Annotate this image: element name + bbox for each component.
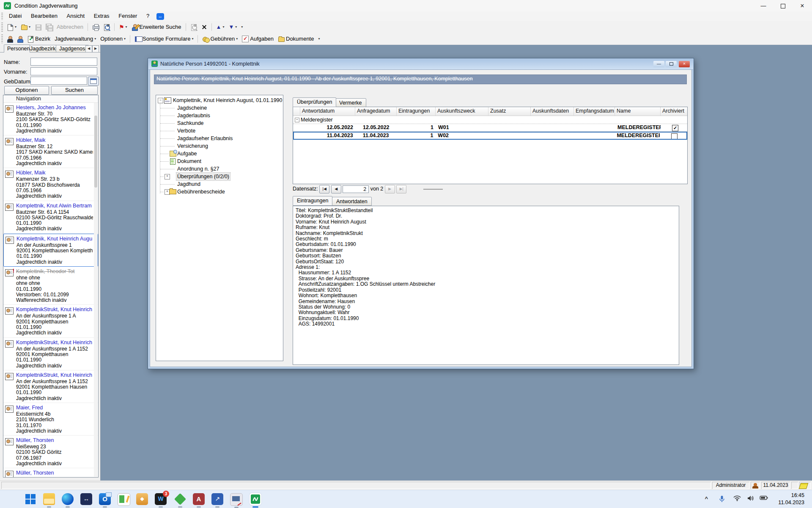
start-button[interactable]	[25, 493, 36, 505]
person-dark-button[interactable]	[5, 33, 14, 44]
previous-record-button[interactable]: ◀	[331, 185, 341, 193]
tree-label[interactable]: Versicherung	[177, 142, 208, 150]
window-maximize-button[interactable]	[773, 0, 793, 11]
collapse-icon[interactable]: −	[295, 118, 299, 122]
tree-item-gebuehrenbescheide[interactable]: +Gebührenbescheide	[156, 188, 283, 196]
person-list-item-deceased[interactable]: ! Komplettnik, Theodor Tot ohne ohne ohn…	[3, 267, 98, 305]
speaker-icon[interactable]	[747, 495, 754, 502]
abbrechen-button[interactable]: Abbrechen	[55, 22, 85, 32]
scrollbar-thumb[interactable]	[94, 116, 97, 188]
tree-label[interactable]: Anordnung n. §27	[177, 165, 219, 173]
tree-label[interactable]: Jagdscheine	[177, 104, 207, 112]
person-name[interactable]: Komplettnik, Knut Alwin Bertram Christ	[16, 203, 93, 209]
sonstige-formulare-button[interactable]: Sonstige Formulare▾	[133, 33, 195, 44]
person-button[interactable]	[15, 33, 25, 44]
teamviewer-icon[interactable]: ↔	[156, 13, 164, 20]
column-anfragedatum[interactable]: Anfragedatum	[355, 107, 397, 116]
tab-personen[interactable]: Personen	[4, 44, 30, 52]
person-list-item[interactable]: KomplettnikStrukt, Knut Heinrich Augu An…	[3, 338, 98, 370]
archiviert-checkbox-checked[interactable]: ✓	[672, 125, 678, 131]
person-list-scrollbar[interactable]	[94, 103, 98, 477]
taskbar-clock[interactable]: 16:45 11.04.2023	[778, 492, 804, 506]
tree-root-label[interactable]: Komplettnik, Knut Heinrich August, 01.01…	[173, 97, 283, 104]
menu-extras[interactable]: Extras	[90, 11, 113, 20]
group-row-melderegister[interactable]: − Melderegister	[293, 116, 687, 124]
teamviewer-taskbar-icon[interactable]: ↔	[80, 493, 92, 505]
tree-item-sachkunde[interactable]: Sachkunde	[156, 119, 283, 127]
next-record-button[interactable]: ▶	[385, 185, 395, 193]
archiviert-checkbox-unchecked[interactable]	[671, 133, 678, 139]
tree-item-jagdaufseher[interactable]: Jagdaufseher Erlaubnis	[156, 135, 283, 142]
save-button[interactable]	[33, 22, 43, 32]
person-name[interactable]: Maier, Fred	[16, 405, 93, 411]
person-list-item[interactable]: KomplettnikStrukt, Knut Heinrich Augu An…	[3, 370, 98, 403]
move-down-button[interactable]: ▼▾	[227, 22, 239, 32]
green-diamond-app-icon[interactable]	[174, 493, 186, 505]
person-list-item[interactable]: Hübler, Maik Kamenzer Str. 23 b 01877 SA…	[3, 168, 98, 201]
person-list-item[interactable]: Hübler, Maik Bautzner Str. 12 1917 SAKD …	[3, 135, 98, 168]
gebdatum-input[interactable]	[30, 77, 87, 85]
print-preview-button[interactable]	[102, 22, 112, 32]
window-minimize-button[interactable]: —	[754, 0, 773, 11]
jagdverwaltung-taskbar-icon[interactable]	[250, 493, 261, 505]
column-eintragungen[interactable]: Eintragungen	[397, 107, 436, 116]
tree-item-anordnung[interactable]: Anordnung n. §27	[156, 165, 283, 173]
column-empfangsdatum[interactable]: Empfangsdatum	[574, 107, 615, 116]
aufgaben-button[interactable]: ✓Aufgaben	[240, 33, 275, 44]
move-up-button[interactable]: ▲▾	[214, 22, 226, 32]
microphone-icon[interactable]	[719, 495, 725, 504]
hidden-icons-caret[interactable]: ^	[705, 495, 708, 502]
dokumente-button[interactable]: Dokumente	[276, 33, 315, 44]
tree-label[interactable]: Jagderlaubnis	[177, 112, 210, 119]
tab-antwortdaten[interactable]: Antwortdaten	[332, 197, 372, 206]
person-name[interactable]: Hübler, Maik	[16, 170, 93, 176]
jagdverwaltung-button[interactable]: Jagdverwaltung▾	[53, 33, 98, 44]
person-list-item[interactable]: Müller, Thorsten Neißeweg 23 02100 SAKD …	[3, 468, 98, 478]
toolbar-overflow-button[interactable]: ▾	[316, 33, 321, 44]
photo-app-icon[interactable]	[230, 493, 243, 506]
flag-button[interactable]: ⚑▾	[117, 22, 129, 32]
bezirk-button[interactable]: ✓Bezirk	[25, 33, 52, 44]
collapse-icon[interactable]: −	[158, 98, 163, 103]
last-record-button[interactable]: ▶|	[396, 185, 406, 193]
window-close-button[interactable]: ×	[793, 0, 812, 11]
table-row[interactable]: 12.05.2022 12.05.2022 1 W01 MELDEREGISTE…	[293, 124, 687, 132]
column-auskunftsdaten[interactable]: Auskunftsdaten	[531, 107, 574, 116]
person-name[interactable]: Hübler, Maik	[16, 137, 93, 143]
first-record-button[interactable]: |◀	[319, 185, 329, 193]
tree-label[interactable]: Überprüfungen (0/2/0)	[176, 173, 230, 180]
calendar-button[interactable]	[88, 77, 99, 86]
gebuehren-button[interactable]: Gebühren▾	[200, 33, 239, 44]
dialog-maximize-button[interactable]	[666, 61, 677, 67]
tree-label[interactable]: Jagdhund	[177, 180, 200, 188]
detail-text[interactable]: Titel: KomplettnikStruktBestandteil Dokt…	[296, 208, 676, 363]
tab-jagdgenossen[interactable]: Jagdgenossen	[56, 45, 89, 52]
delete-button[interactable]	[200, 22, 209, 32]
file-explorer-icon[interactable]	[43, 493, 55, 505]
tab-scroll-right-button[interactable]: ▶	[92, 45, 99, 52]
access-icon[interactable]: A	[193, 493, 205, 505]
person-list-item[interactable]: Komplettnik, Knut Alwin Bertram Christ B…	[3, 201, 98, 234]
notes-app-icon[interactable]	[118, 493, 130, 506]
tab-vermerke[interactable]: Vermerke	[335, 98, 366, 107]
column-zusatz[interactable]: Zusatz	[488, 107, 531, 116]
menu-ansicht[interactable]: Ansicht	[63, 11, 89, 20]
tree-item-jagdscheine[interactable]: Jagdscheine	[156, 104, 283, 112]
person-list-item[interactable]: KomplettnikStrukt, Knut Heinrich Augu An…	[3, 305, 98, 337]
new-document-button[interactable]: ▾	[5, 22, 18, 32]
tab-jagdbezirke[interactable]: Jagdbezirke	[27, 45, 60, 52]
dialog-minimize-button[interactable]: —	[653, 61, 664, 67]
tree-item-versicherung[interactable]: Versicherung	[156, 142, 283, 150]
suchen-button[interactable]: Suchen	[51, 86, 98, 95]
save-all-button[interactable]	[44, 22, 54, 32]
tree-label[interactable]: Aufgabe	[177, 150, 197, 157]
person-name[interactable]: KomplettnikStrukt, Knut Heinrich Augu	[16, 340, 93, 345]
optionen-search-button[interactable]: Optionen	[4, 86, 49, 95]
battery-icon[interactable]	[760, 495, 768, 502]
webex-icon[interactable]: W3	[155, 493, 167, 505]
tree-label[interactable]: Dokument	[177, 157, 201, 165]
gold-app-icon[interactable]: ◆	[136, 493, 148, 505]
name-input[interactable]	[30, 58, 97, 66]
person-name[interactable]: KomplettnikStrukt, Knut Heinrich Augu	[16, 372, 93, 378]
print-button[interactable]	[91, 22, 101, 32]
